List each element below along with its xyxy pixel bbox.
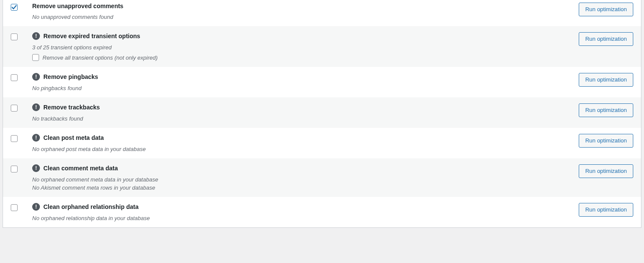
row-description: No pingbacks found	[32, 85, 570, 91]
row-description: No trackbacks found	[32, 115, 570, 122]
optimization-row-relationship: !Clean orphaned relationship dataNo orph…	[3, 197, 641, 227]
select-checkbox-unapproved-comments[interactable]	[11, 4, 18, 11]
warning-icon: !	[32, 32, 40, 40]
row-title: Remove pingbacks	[43, 73, 98, 80]
row-content: !Clean post meta dataNo orphaned post me…	[32, 134, 570, 152]
run-optimization-button-post-meta[interactable]: Run optimization	[579, 134, 633, 148]
action-column: Run optimization	[570, 3, 633, 16]
row-content: Remove unapproved commentsNo unapproved …	[32, 3, 570, 20]
select-checkbox-trackbacks[interactable]	[11, 105, 18, 112]
row-description: No Akismet comment meta rows in your dat…	[32, 184, 570, 191]
run-optimization-button-pingbacks[interactable]: Run optimization	[579, 73, 633, 87]
optimization-row-comment-meta: !Clean comment meta dataNo orphaned comm…	[3, 158, 641, 197]
row-content: !Clean comment meta dataNo orphaned comm…	[32, 164, 570, 191]
action-column: Run optimization	[570, 164, 633, 178]
row-title: Clean comment meta data	[43, 165, 118, 172]
run-optimization-button-unapproved-comments[interactable]: Run optimization	[579, 3, 633, 16]
select-checkbox-relationship[interactable]	[11, 204, 18, 211]
checkbox-column	[11, 3, 32, 12]
run-optimization-button-comment-meta[interactable]: Run optimization	[579, 164, 633, 178]
row-title-line: !Clean orphaned relationship data	[32, 203, 570, 211]
checkbox-column	[11, 134, 32, 143]
warning-icon: !	[32, 103, 40, 111]
row-title: Remove expired transient options	[43, 33, 140, 39]
select-checkbox-post-meta[interactable]	[11, 135, 18, 142]
checkbox-column	[11, 73, 32, 82]
row-title: Clean post meta data	[43, 134, 104, 141]
select-checkbox-comment-meta[interactable]	[11, 166, 18, 172]
row-title-line: !Remove expired transient options	[32, 32, 570, 40]
run-optimization-button-trackbacks[interactable]: Run optimization	[579, 103, 633, 117]
optimization-row-post-meta: !Clean post meta dataNo orphaned post me…	[3, 128, 641, 158]
optimization-row-unapproved-comments: Remove unapproved commentsNo unapproved …	[3, 0, 641, 26]
warning-icon: !	[32, 164, 40, 172]
action-column: Run optimization	[570, 134, 633, 148]
select-checkbox-pingbacks[interactable]	[11, 74, 18, 81]
run-optimization-button-expired-transients[interactable]: Run optimization	[579, 32, 633, 46]
row-title-line: !Clean comment meta data	[32, 164, 570, 172]
sub-option-label: Remove all transient options (not only e…	[43, 54, 158, 61]
select-checkbox-expired-transients[interactable]	[11, 33, 18, 40]
sub-option-expired-transients: Remove all transient options (not only e…	[32, 54, 570, 61]
row-description: No orphaned post meta data in your datab…	[32, 146, 570, 152]
warning-icon: !	[32, 134, 40, 142]
row-description: 3 of 25 transient options expired	[32, 44, 570, 51]
row-content: !Clean orphaned relationship dataNo orph…	[32, 203, 570, 221]
row-content: !Remove expired transient options3 of 25…	[32, 32, 570, 61]
action-column: Run optimization	[570, 203, 633, 217]
checkbox-column	[11, 32, 32, 42]
action-column: Run optimization	[570, 73, 633, 87]
row-title: Clean orphaned relationship data	[43, 203, 139, 210]
optimization-row-expired-transients: !Remove expired transient options3 of 25…	[3, 26, 641, 67]
warning-icon: !	[32, 73, 40, 81]
optimization-row-trackbacks: !Remove trackbacksNo trackbacks foundRun…	[3, 97, 641, 128]
run-optimization-button-relationship[interactable]: Run optimization	[579, 203, 633, 217]
row-title-line: !Remove trackbacks	[32, 103, 570, 111]
row-title-line: !Remove pingbacks	[32, 73, 570, 81]
optimization-row-pingbacks: !Remove pingbacksNo pingbacks foundRun o…	[3, 67, 641, 97]
row-title-line: Remove unapproved comments	[32, 3, 570, 9]
checkbox-column	[11, 103, 32, 113]
row-title-line: !Clean post meta data	[32, 134, 570, 142]
warning-icon: !	[32, 203, 40, 211]
row-description: No orphaned comment meta data in your da…	[32, 176, 570, 183]
checkbox-column	[11, 203, 32, 212]
action-column: Run optimization	[570, 103, 633, 117]
checkbox-column	[11, 164, 32, 174]
row-content: !Remove trackbacksNo trackbacks found	[32, 103, 570, 122]
row-title: Remove trackbacks	[43, 104, 100, 111]
row-description: No orphaned relationship data in your da…	[32, 215, 570, 221]
row-title: Remove unapproved comments	[32, 3, 123, 9]
sub-option-checkbox-expired-transients[interactable]	[32, 54, 39, 61]
optimization-panel: Remove unapproved commentsNo unapproved …	[3, 0, 641, 228]
action-column: Run optimization	[570, 32, 633, 46]
row-description: No unapproved comments found	[32, 14, 570, 20]
row-content: !Remove pingbacksNo pingbacks found	[32, 73, 570, 91]
